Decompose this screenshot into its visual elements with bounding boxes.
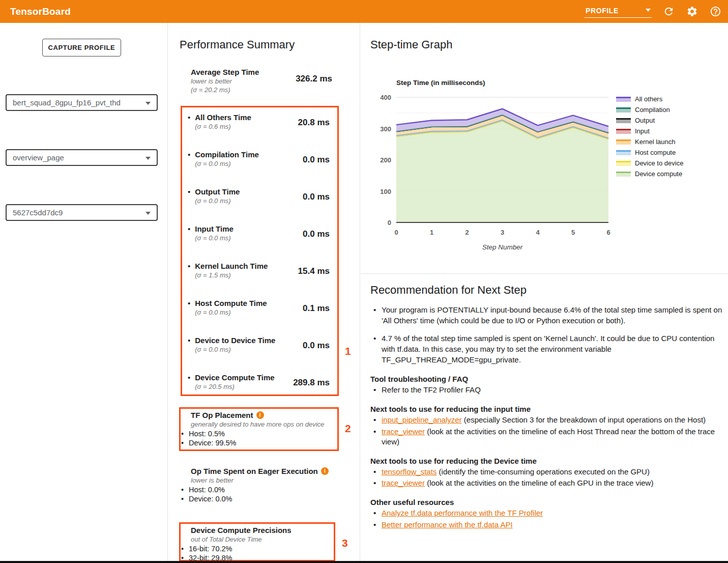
capture-profile-button[interactable]: CAPTURE PROFILE [42,39,121,57]
help-icon [710,6,721,17]
metric-value: 15.4 ms [298,266,330,276]
header-controls: PROFILE [585,5,728,18]
placement-host-item: Host: 0.5% [179,430,339,438]
metric-title: Input Time [195,224,234,233]
average-step-time-sigma: (σ = 20.2 ms) [191,86,343,94]
recommendation-section: Other useful resourcesAnalyze tf.data pe… [370,498,722,530]
step-time-graph-title: Step-time Graph [370,38,452,51]
legend-swatch-icon [616,107,631,112]
recommendation-link[interactable]: Analyze tf.data performance with the TF … [382,509,543,517]
svg-text:300: 300 [380,125,391,133]
metric-value: 0.1 ms [303,303,330,314]
metric-row: •Host Compute Time(σ = 0.0 ms)0.1 ms [188,299,330,330]
recommendation-section: Next tools to use for reducing the Devic… [370,457,722,489]
svg-text:400: 400 [380,94,391,101]
runs-select[interactable]: bert_squad_8gpu_fp16_pvt_thd [6,94,158,111]
metric-sigma: (σ = 1.5 ms) [195,271,268,279]
annotation-number-3: 3 [342,537,348,549]
bullet-icon: • [188,113,190,130]
help-button[interactable] [709,5,722,18]
eager-device-item: Device: 0.0% [179,495,347,503]
recommendation-sections: Tool troubleshooting / FAQRefer to the T… [370,375,722,529]
svg-text:5: 5 [571,229,575,236]
metric-title: Kernel Launch Time [195,262,268,270]
recommendation-title: Recommendation for Next Step [370,284,722,297]
recommendation-text: Refer to the TF2 Profiler FAQ [382,385,481,394]
tools-select[interactable]: overview_page [6,149,158,166]
sidebar: CAPTURE PROFILE Runs (37) bert_squad_8gp… [0,23,168,563]
chevron-down-icon [646,9,651,12]
legend-label: Input [635,127,650,135]
info-icon[interactable]: i [321,467,329,475]
bullet-icon: • [188,150,190,167]
eager-execution-block: Op Time Spent on Eager Execution i lower… [179,467,347,503]
chevron-down-icon [145,157,151,160]
reload-icon [663,6,675,17]
recommendation-item: Analyze tf.data performance with the TF … [370,508,722,518]
tf-op-placement-title: TF Op Placement [191,411,253,419]
legend-swatch-icon [616,118,631,123]
hosts-select[interactable]: 5627c5dd7dc9 [6,204,158,221]
tf-op-placement-note: generally desired to have more ops on de… [191,420,339,428]
metric-title: Host Compute Time [195,299,267,307]
recommendation-link[interactable]: trace_viewer [382,478,425,487]
svg-text:4: 4 [536,229,540,236]
recommendation-section-heading: Tool troubleshooting / FAQ [370,375,722,383]
metric-value: 20.8 ms [298,118,330,128]
bottom-black-bar [0,561,728,563]
bullet-icon: • [188,299,190,316]
svg-text:Step Number: Step Number [482,243,523,251]
svg-text:200: 200 [380,156,391,164]
recommendation-link[interactable]: Better performance with the tf.data API [382,520,513,529]
legend-label: All others [635,95,662,103]
metric-value: 0.0 ms [303,341,330,351]
bullet-icon: • [188,224,190,242]
legend-item: Device compute [616,171,683,177]
recommendation-section-heading: Next tools to use for reducing the input… [370,405,722,413]
metric-sigma: (σ = 0.6 ms) [195,123,251,130]
gear-icon [686,6,698,17]
recommendation-item: Refer to the TF2 Profiler FAQ [370,385,722,395]
dashboard-select-value: PROFILE [586,7,619,15]
dashboard-select[interactable]: PROFILE [585,5,652,18]
recommendation-bullet: Your program is POTENTIALLY input-bound … [370,305,722,326]
bullet-icon: • [188,187,190,205]
svg-text:0: 0 [394,229,398,236]
bullet-icon: • [188,336,190,353]
metric-sigma: (σ = 0.0 ms) [195,308,267,316]
metric-title: Output Time [195,187,240,196]
metric-row: •Device to Device Time(σ = 0.0 ms)0.0 ms [188,336,330,368]
metric-value: 0.0 ms [303,155,330,165]
app-header: TensorBoard PROFILE [0,0,728,23]
metric-sigma: (σ = 0.0 ms) [195,346,275,353]
recommendation-section: Tool troubleshooting / FAQRefer to the T… [370,375,722,395]
recommendation-bullets: Your program is POTENTIALLY input-bound … [370,305,722,365]
metric-value: 0.0 ms [303,229,330,239]
info-icon[interactable]: i [256,411,264,419]
recommendation-item: tensorflow_stats (identify the time-cons… [370,467,722,477]
tools-select-value: overview_page [13,153,64,162]
recommendation-link[interactable]: trace_viewer [382,427,425,436]
svg-text:100: 100 [380,188,391,195]
recommendation-item: trace_viewer (look at the activities on … [370,427,722,447]
step-time-breakdown-list: •All Others Time(σ = 0.6 ms)20.8 ms•Comp… [181,106,339,396]
recommendation-link[interactable]: tensorflow_stats [382,467,436,476]
app-title: TensorBoard [0,6,71,17]
recommendation-bullet: 4.7 % of the total step time sampled is … [370,333,722,365]
recommendation-section-heading: Next tools to use for reducing the Devic… [370,457,722,465]
metric-sigma: (σ = 20.5 ms) [195,383,274,390]
recommendation-link[interactable]: input_pipeline_analyzer [382,415,462,424]
metric-title: All Others Time [195,113,251,122]
legend-item: All others [616,96,683,102]
metric-row: •Output Time(σ = 0.0 ms)0.0 ms [188,187,330,219]
runs-select-value: bert_squad_8gpu_fp16_pvt_thd [13,98,121,107]
eager-execution-title: Op Time Spent on Eager Execution [191,467,318,475]
settings-button[interactable] [685,5,698,18]
metric-row: •Device Compute Time(σ = 20.5 ms)289.8 m… [188,373,330,405]
metric-sigma: (σ = 0.0 ms) [195,197,240,205]
legend-item: Kernel launch [616,138,683,145]
legend-item: Device to device [616,160,683,166]
chevron-down-icon [145,212,151,215]
svg-text:6: 6 [606,229,610,236]
reload-button[interactable] [662,5,675,18]
